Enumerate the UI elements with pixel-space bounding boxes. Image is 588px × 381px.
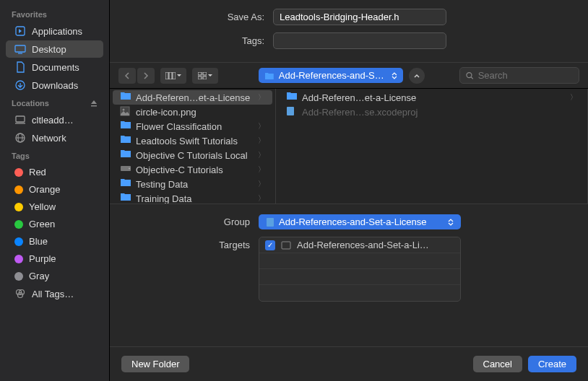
grid-view-button[interactable]	[192, 68, 218, 84]
column-view-button[interactable]	[160, 68, 186, 84]
updown-icon	[448, 219, 454, 226]
eject-icon[interactable]	[90, 100, 98, 107]
folder-icon	[120, 135, 131, 146]
sidebar-item-purple[interactable]: Purple	[6, 250, 103, 267]
applications-icon	[14, 25, 26, 37]
new-folder-button[interactable]: New Folder	[121, 356, 189, 372]
file-item[interactable]: Training Data〉	[113, 191, 272, 203]
sidebar-item-gray[interactable]: Gray	[6, 268, 103, 284]
svg-rect-27	[282, 242, 290, 249]
svg-rect-16	[203, 72, 207, 75]
chevron-right-icon: 〉	[258, 136, 265, 146]
column-1[interactable]: Add-Referen…et-a-License〉circle-icon.png…	[110, 89, 276, 203]
search-icon	[466, 71, 474, 80]
sidebar-section-header: Favorites	[0, 6, 109, 22]
xcode-icon	[286, 106, 298, 118]
sidebar-item-orange[interactable]: Orange	[6, 181, 103, 198]
sidebar-item-yellow[interactable]: Yellow	[6, 198, 103, 215]
svg-rect-15	[198, 72, 202, 75]
svg-rect-14	[173, 72, 176, 79]
tag-dot	[14, 220, 23, 229]
file-item[interactable]: Add-Referen…et-a-License〉	[113, 90, 272, 105]
svg-rect-25	[287, 107, 294, 115]
sidebar-item-desktop[interactable]: Desktop	[6, 40, 103, 58]
save-as-input[interactable]	[273, 9, 446, 25]
cancel-button[interactable]: Cancel	[473, 356, 522, 372]
chevron-right-icon: 〉	[570, 92, 577, 102]
sidebar-section-header: Tags	[0, 147, 109, 163]
file-item[interactable]: Objective C Tutorials Local〉	[113, 148, 272, 162]
group-dropdown[interactable]: Add-References-and-Set-a-License	[259, 214, 461, 229]
svg-point-24	[129, 168, 130, 170]
sidebar-item-alltags[interactable]: All Tags…	[6, 285, 103, 302]
tag-dot	[14, 237, 23, 246]
app-icon	[281, 241, 291, 250]
tag-dot	[14, 272, 23, 281]
create-button[interactable]: Create	[528, 356, 576, 372]
target-row[interactable]: ✓ Add-References-and-Set-a-Li…	[259, 237, 460, 253]
toolbar: Add-References-and-Se…	[110, 62, 588, 89]
folder-icon	[120, 92, 131, 103]
hdd-icon	[120, 164, 131, 175]
svg-rect-17	[198, 76, 202, 79]
main-panel: Save As: Tags: Add-References-and-Se…	[110, 0, 588, 381]
search-input[interactable]	[478, 70, 573, 81]
sidebar-item-network[interactable]: Network	[6, 129, 103, 146]
sidebar-item-red[interactable]: Red	[6, 164, 103, 180]
chevron-right-icon: 〉	[258, 150, 265, 160]
computer-icon	[14, 114, 26, 126]
sidebar-item-blue[interactable]: Blue	[6, 233, 103, 250]
updown-icon	[392, 72, 397, 79]
network-icon	[14, 132, 26, 144]
folder-icon	[120, 178, 131, 190]
forward-button[interactable]	[137, 68, 155, 84]
sidebar-item-downloads[interactable]: Downloads	[6, 76, 103, 94]
save-as-label: Save As:	[127, 12, 264, 22]
image-icon	[120, 106, 131, 118]
tag-dot	[14, 203, 23, 211]
chevron-right-icon: 〉	[258, 179, 265, 189]
file-item[interactable]: Objective-C Tutorials〉	[113, 162, 272, 177]
targets-list[interactable]: ✓ Add-References-and-Set-a-Li…	[259, 237, 461, 302]
sidebar: FavoritesApplicationsDesktopDocumentsDow…	[0, 0, 110, 381]
chevron-right-icon: 〉	[258, 165, 265, 175]
folder-icon	[264, 71, 274, 80]
file-item[interactable]: Leadtools Swift Tutorials〉	[113, 133, 272, 148]
downloads-icon	[14, 79, 26, 91]
folder-icon	[120, 121, 131, 132]
sidebar-item-green[interactable]: Green	[6, 216, 103, 232]
tag-dot	[14, 255, 23, 263]
svg-point-22	[123, 109, 125, 111]
file-item[interactable]: Testing Data〉	[113, 177, 272, 191]
sidebar-item-applications[interactable]: Applications	[6, 22, 103, 40]
back-button[interactable]	[118, 68, 136, 84]
svg-rect-13	[169, 72, 172, 79]
svg-rect-18	[203, 76, 207, 79]
file-item[interactable]: circle-icon.png	[113, 105, 272, 119]
alltags-icon	[14, 288, 26, 299]
svg-line-20	[471, 76, 473, 79]
sidebar-item-cltleadd[interactable]: cltleadd…	[6, 111, 103, 128]
search-box[interactable]	[459, 67, 579, 84]
collapse-button[interactable]	[409, 68, 425, 84]
file-item[interactable]: Add-Referen…se.xcodeproj	[279, 105, 584, 119]
tag-dot	[14, 185, 23, 194]
file-item[interactable]: Flower Classification〉	[113, 119, 272, 133]
sidebar-section-header: Locations	[0, 95, 109, 110]
sidebar-item-documents[interactable]: Documents	[6, 58, 103, 76]
target-checkbox[interactable]: ✓	[265, 240, 275, 250]
path-dropdown[interactable]: Add-References-and-Se…	[259, 68, 403, 83]
documents-icon	[14, 61, 26, 73]
xcode-file-icon	[266, 217, 274, 227]
tags-label: Tags:	[127, 35, 264, 46]
column-2[interactable]: Add-Referen…et-a-License〉Add-Referen…se.…	[276, 89, 588, 203]
folder-icon	[120, 193, 131, 203]
chevron-right-icon: 〉	[258, 193, 265, 203]
folder-icon	[120, 149, 131, 161]
tag-dot	[14, 168, 23, 177]
footer: New Folder Cancel Create	[110, 346, 588, 381]
file-item[interactable]: Add-Referen…et-a-License〉	[279, 90, 584, 105]
svg-rect-4	[16, 116, 25, 122]
desktop-icon	[14, 43, 26, 55]
tags-input[interactable]	[273, 32, 446, 49]
